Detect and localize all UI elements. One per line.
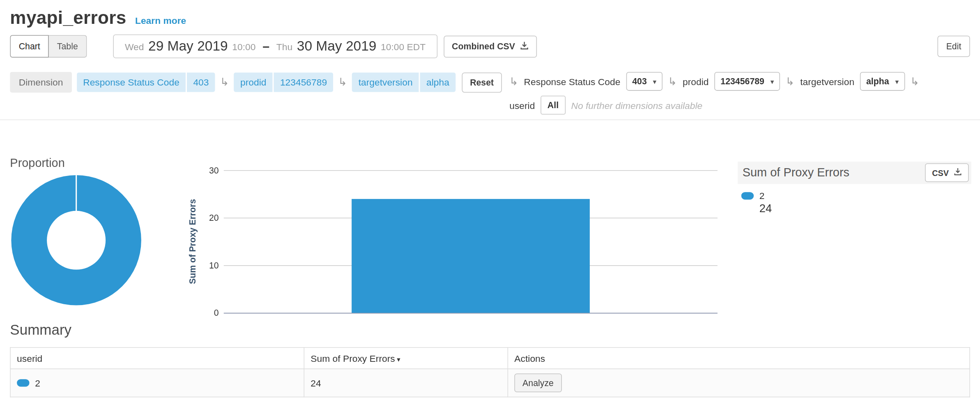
series-swatch xyxy=(17,379,29,386)
combined-csv-label: Combined CSV xyxy=(452,41,515,51)
legend-item-label: 2 xyxy=(759,190,765,201)
breadcrumb-targetversion[interactable]: targetversion alpha xyxy=(352,73,455,92)
view-toggle: Chart Table xyxy=(10,35,87,58)
combined-csv-button[interactable]: Combined CSV xyxy=(444,35,537,57)
date-range-picker[interactable]: Wed 29 May 2019 10:00 – Thu 30 May 2019 … xyxy=(113,35,437,58)
column-header-sum-of-proxy-errors[interactable]: Sum of Proxy Errors▾ xyxy=(304,347,508,369)
legend-item[interactable]: 2 xyxy=(741,190,971,201)
proportion-donut-chart[interactable] xyxy=(11,175,141,305)
y-tick-label: 20 xyxy=(199,213,219,222)
sort-descending-icon: ▾ xyxy=(397,355,400,363)
donut-hole xyxy=(47,211,106,270)
targetversion-select[interactable]: alpha ▾ xyxy=(860,72,905,91)
column-header-userid: userid xyxy=(10,347,304,369)
summary-header-row: userid Sum of Proxy Errors▾ Actions xyxy=(10,347,970,369)
reset-button[interactable]: Reset xyxy=(462,72,502,93)
proportion-label: Proportion xyxy=(10,156,64,170)
y-axis-label: Sum of Proxy Errors xyxy=(188,199,198,284)
dimension-breadcrumbs: Dimension Response Status Code 403 ↳ pro… xyxy=(10,72,502,93)
summary-section: Summary userid Sum of Proxy Errors▾ Acti… xyxy=(0,322,980,397)
breadcrumb-prodid[interactable]: prodid 123456789 xyxy=(234,73,334,92)
dimension-selectors: ↳ Response Status Code 403 ▾ ↳ prodid 12… xyxy=(509,72,919,114)
drilldown-icon: ↳ xyxy=(509,76,518,87)
drilldown-icon: ↳ xyxy=(910,76,919,87)
chart-view-button[interactable]: Chart xyxy=(10,35,49,58)
chevron-down-icon: ▾ xyxy=(653,78,656,85)
table-view-button[interactable]: Table xyxy=(49,35,87,58)
summary-title: Summary xyxy=(10,322,970,338)
download-icon xyxy=(520,41,529,52)
userid-all-button[interactable]: All xyxy=(541,96,566,115)
table-row: 2 24 Analyze xyxy=(10,369,970,397)
csv-label: CSV xyxy=(932,168,949,178)
selector-label-targetversion: targetversion xyxy=(800,76,854,87)
csv-button[interactable]: CSV xyxy=(925,163,968,182)
userid-row: userid All No further dimensions availab… xyxy=(509,96,919,115)
charts-section: Proportion Sum of Proxy Errors 0102030 S… xyxy=(0,120,980,318)
end-time: 10:00 EDT xyxy=(381,41,426,52)
custom-report-page: myapi_errors Learn more Chart Table Wed … xyxy=(0,0,980,398)
selector-label-prodid: prodid xyxy=(683,76,709,87)
start-day: Wed xyxy=(125,41,144,52)
date-range-separator: – xyxy=(262,39,269,53)
breadcrumb-response-status-code[interactable]: Response Status Code 403 xyxy=(77,73,215,92)
y-tick-label: 10 xyxy=(199,260,219,270)
no-more-dimensions-note: No further dimensions available xyxy=(571,100,702,111)
gridline xyxy=(224,313,718,314)
page-title: myapi_errors xyxy=(10,7,126,28)
selector-row: ↳ Response Status Code 403 ▾ ↳ prodid 12… xyxy=(509,72,919,91)
bar[interactable] xyxy=(352,199,589,313)
start-time: 10:00 xyxy=(232,41,255,52)
legend-header: Sum of Proxy Errors CSV xyxy=(738,162,971,184)
legend-swatch xyxy=(741,192,754,199)
column-header-actions: Actions xyxy=(508,347,970,369)
analyze-button[interactable]: Analyze xyxy=(514,373,561,392)
page-header: myapi_errors Learn more xyxy=(0,0,980,28)
drilldown-icon: ↳ xyxy=(786,76,795,87)
dimension-bar: Dimension Response Status Code 403 ↳ pro… xyxy=(0,63,980,116)
download-icon xyxy=(954,168,962,178)
summary-table: userid Sum of Proxy Errors▾ Actions 2 xyxy=(10,347,970,398)
prodid-select[interactable]: 123456789 ▾ xyxy=(714,72,780,91)
cell-actions: Analyze xyxy=(508,369,970,397)
end-date: 30 May 2019 xyxy=(297,38,377,55)
legend-panel: Sum of Proxy Errors CSV 2 24 xyxy=(738,162,971,215)
end-day: Thu xyxy=(276,41,292,52)
bar-chart-plot: 0102030 xyxy=(224,170,718,313)
legend-title: Sum of Proxy Errors xyxy=(743,166,849,179)
legend-item-value: 24 xyxy=(759,202,971,215)
selector-label-response-status-code: Response Status Code xyxy=(524,76,621,87)
edit-button[interactable]: Edit xyxy=(937,36,970,57)
drilldown-icon: ↳ xyxy=(338,77,347,88)
cell-userid: 2 xyxy=(10,369,304,397)
drilldown-icon: ↳ xyxy=(220,77,229,88)
y-tick-label: 30 xyxy=(199,165,219,175)
userid-label: userid xyxy=(509,100,535,111)
chevron-down-icon: ▾ xyxy=(771,78,774,85)
chevron-down-icon: ▾ xyxy=(895,78,899,85)
gridline xyxy=(224,170,718,171)
toolbar: Chart Table Wed 29 May 2019 10:00 – Thu … xyxy=(0,28,980,63)
response-status-code-select[interactable]: 403 ▾ xyxy=(626,72,663,91)
y-tick-label: 0 xyxy=(199,308,219,318)
dimension-label: Dimension xyxy=(10,72,71,93)
start-date: 29 May 2019 xyxy=(148,38,228,55)
drilldown-icon: ↳ xyxy=(668,76,677,87)
learn-more-link[interactable]: Learn more xyxy=(135,15,186,26)
cell-sum-of-proxy-errors: 24 xyxy=(304,369,508,397)
